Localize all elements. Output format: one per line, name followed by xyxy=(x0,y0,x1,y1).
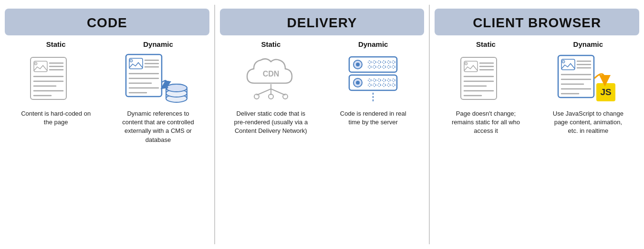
delivery-static-desc: Deliver static code that is pre-rendered… xyxy=(234,109,308,136)
code-title: CODE xyxy=(87,15,127,30)
code-columns: Static xyxy=(5,40,209,240)
code-dynamic-label: Dynamic xyxy=(143,40,173,48)
svg-text:CDN: CDN xyxy=(263,70,280,78)
svg-point-2 xyxy=(34,62,37,65)
browser-header: CLIENT BROWSER xyxy=(435,9,639,35)
delivery-dynamic-icon xyxy=(340,52,406,105)
delivery-static-icon: CDN xyxy=(238,52,304,105)
browser-dynamic-desc: Use JavaScript to change page content, a… xyxy=(551,109,625,136)
delivery-static-col: Static CDN Deliver sta xyxy=(220,40,322,240)
code-dynamic-col: Dynamic xyxy=(107,40,209,240)
code-static-col: Static xyxy=(5,40,107,240)
browser-dynamic-label: Dynamic xyxy=(573,40,603,48)
svg-point-26 xyxy=(166,84,187,92)
browser-static-label: Static xyxy=(476,40,496,48)
code-dynamic-desc: Dynamic references to content that are c… xyxy=(121,109,195,144)
browser-title: CLIENT BROWSER xyxy=(473,15,601,30)
delivery-dynamic-label: Dynamic xyxy=(358,40,388,48)
browser-static-desc: Page doesn't change; remains static for … xyxy=(449,109,523,136)
delivery-dynamic-desc: Code is rendered in real time by the ser… xyxy=(336,109,410,127)
code-dynamic-icon xyxy=(125,52,192,105)
browser-dynamic-col: Dynamic xyxy=(537,40,639,240)
svg-point-39 xyxy=(356,63,360,66)
code-header: CODE xyxy=(5,9,209,35)
browser-static-col: Static Page doesn't c xyxy=(435,40,537,240)
delivery-section: DELIVERY Static CDN xyxy=(215,0,429,249)
svg-line-31 xyxy=(257,89,271,95)
browser-columns: Static Page doesn't c xyxy=(435,40,639,240)
svg-point-81 xyxy=(562,60,565,63)
delivery-columns: Static CDN Deliver sta xyxy=(220,40,425,240)
code-section: CODE Static xyxy=(0,0,214,249)
delivery-header: DELIVERY xyxy=(220,9,425,35)
svg-text:JS: JS xyxy=(600,87,611,97)
svg-line-33 xyxy=(271,89,285,95)
svg-point-54 xyxy=(356,81,360,85)
code-static-label: Static xyxy=(46,40,66,48)
browser-section: CLIENT BROWSER Static xyxy=(430,0,644,249)
svg-point-13 xyxy=(130,59,133,62)
browser-dynamic-icon: JS xyxy=(555,52,622,105)
code-static-icon xyxy=(22,52,89,105)
code-static-desc: Content is hard-coded on the page xyxy=(19,109,93,127)
delivery-title: DELIVERY xyxy=(287,15,357,30)
svg-point-70 xyxy=(465,62,467,65)
browser-static-icon xyxy=(453,52,519,105)
delivery-static-label: Static xyxy=(261,40,280,48)
delivery-dynamic-col: Dynamic xyxy=(322,40,424,240)
